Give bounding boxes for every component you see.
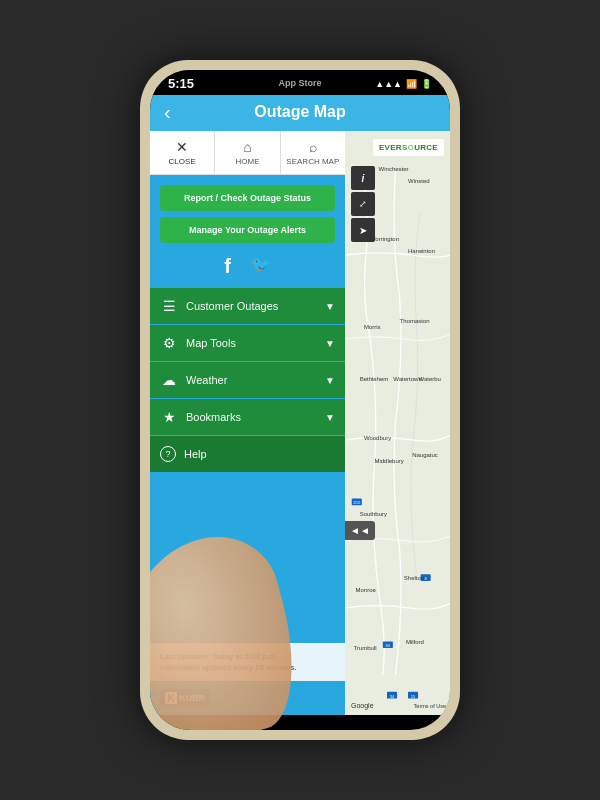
customer-outages-label: Customer Outages — [186, 300, 325, 312]
menu-item-bookmarks[interactable]: ★ Bookmarks ▼ — [150, 399, 345, 435]
town-middlebury: Middlebury — [374, 458, 403, 464]
page-title: Outage Map — [254, 103, 346, 121]
twitter-icon[interactable]: 🐦 — [251, 255, 271, 278]
info-icon: i — [362, 173, 365, 184]
town-winsted: Winsted — [408, 178, 430, 184]
list-icon: ☰ — [160, 298, 178, 314]
info-button[interactable]: i — [351, 166, 375, 190]
svg-text:84: 84 — [386, 643, 391, 648]
town-waterbury: Waterbu — [419, 376, 441, 382]
status-time: 5:15 — [168, 76, 194, 91]
nav-search-label: SEARCH MAP — [286, 157, 339, 166]
weather-label: Weather — [186, 374, 325, 386]
chevron-down-icon: ▼ — [325, 412, 335, 423]
map-background: 202 84 8 15 34 EVERSOURCE — [345, 131, 450, 715]
town-thomaston: Thomaston — [400, 318, 430, 324]
town-shelton: Shelton — [404, 575, 424, 581]
star-icon: ★ — [160, 409, 178, 425]
svg-text:34: 34 — [390, 694, 395, 699]
home-icon: ⌂ — [243, 139, 251, 155]
nav-home-label: HOME — [235, 157, 259, 166]
signal-icon: ▲▲▲ — [375, 79, 402, 89]
sidebar-top-nav: ✕ CLOSE ⌂ HOME ⌕ SEARCH MAP — [150, 131, 345, 175]
svg-text:202: 202 — [353, 500, 361, 505]
report-outage-button[interactable]: Report / Check Outage Status — [160, 185, 335, 211]
help-label: Help — [184, 448, 335, 460]
close-icon: ✕ — [176, 139, 188, 155]
gear-icon: ⚙ — [160, 335, 178, 351]
nav-home[interactable]: ⌂ HOME — [215, 131, 280, 174]
nav-close[interactable]: ✕ CLOSE — [150, 131, 215, 174]
expand-icon: ⤢ — [359, 199, 367, 209]
status-icons: ▲▲▲ 📶 🔋 — [375, 79, 432, 89]
action-buttons-area: Report / Check Outage Status Manage Your… — [150, 175, 345, 249]
back-button[interactable]: ‹ — [164, 101, 171, 124]
battery-icon: 🔋 — [421, 79, 432, 89]
help-icon: ? — [160, 446, 176, 462]
rewind-button[interactable]: ◄◄ — [345, 521, 375, 540]
town-bethlehem: Bethlehem — [360, 376, 389, 382]
terms-label: Terms of Use — [414, 703, 446, 709]
town-morris: Morris — [364, 324, 381, 330]
menu-item-map-tools[interactable]: ⚙ Map Tools ▼ — [150, 325, 345, 361]
town-monroe: Monroe — [356, 587, 376, 593]
social-icons-area: f 🐦 — [150, 249, 345, 288]
wifi-icon: 📶 — [406, 79, 417, 89]
town-trumbull: Trumbull — [353, 645, 376, 651]
status-bar: 5:15 App Store ▲▲▲ 📶 🔋 — [150, 70, 450, 95]
facebook-icon[interactable]: f — [224, 255, 231, 278]
map-controls: i ⤢ ➤ — [351, 166, 375, 242]
google-label: Google — [351, 702, 374, 709]
svg-text:15: 15 — [411, 694, 416, 699]
phone-screen: 5:15 App Store ▲▲▲ 📶 🔋 ‹ Outage Map ✕ CL… — [150, 70, 450, 730]
menu-item-help[interactable]: ? Help — [150, 436, 345, 472]
cloud-icon: ☁ — [160, 372, 178, 388]
manage-alerts-button[interactable]: Manage Your Outage Alerts — [160, 217, 335, 243]
town-naugatuck: Naugatuc — [412, 452, 438, 458]
town-woodbury: Woodbury — [364, 435, 391, 441]
nav-close-label: CLOSE — [169, 157, 196, 166]
town-milford: Milford — [406, 639, 424, 645]
eversource-logo: EVERSOURCE — [373, 139, 444, 156]
bookmarks-label: Bookmarks — [186, 411, 325, 423]
expand-button[interactable]: ⤢ — [351, 192, 375, 216]
rewind-icon: ◄◄ — [350, 525, 370, 536]
town-southbury: Southbury — [360, 511, 387, 517]
chevron-down-icon: ▼ — [325, 338, 335, 349]
chevron-down-icon: ▼ — [325, 301, 335, 312]
phone-frame: 5:15 App Store ▲▲▲ 📶 🔋 ‹ Outage Map ✕ CL… — [140, 60, 460, 740]
eversource-text: EVERSOURCE — [379, 143, 438, 152]
search-map-icon: ⌕ — [309, 139, 317, 155]
town-watertown: Watertown — [393, 376, 421, 382]
menu-item-weather[interactable]: ☁ Weather ▼ — [150, 362, 345, 398]
app-store-label: App Store — [278, 78, 321, 88]
chevron-down-icon: ▼ — [325, 375, 335, 386]
map-area[interactable]: 202 84 8 15 34 EVERSOURCE — [345, 131, 450, 715]
nav-search[interactable]: ⌕ SEARCH MAP — [281, 131, 345, 174]
app-header: ‹ Outage Map — [150, 95, 450, 131]
town-harwinton: Harwinton — [408, 248, 435, 254]
menu-item-customer-outages[interactable]: ☰ Customer Outages ▼ — [150, 288, 345, 324]
map-tools-label: Map Tools — [186, 337, 325, 349]
town-winchester: Winchester — [379, 166, 409, 172]
location-arrow-icon: ➤ — [359, 225, 367, 236]
town-torrington: Torrington — [372, 236, 399, 242]
